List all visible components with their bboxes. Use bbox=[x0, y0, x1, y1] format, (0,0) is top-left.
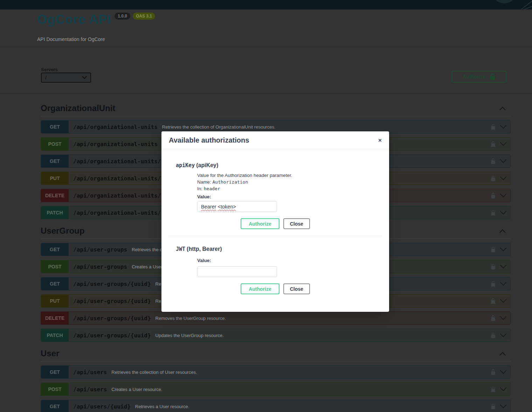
unlock-icon[interactable] bbox=[491, 315, 496, 321]
unlock-icon[interactable] bbox=[491, 210, 496, 216]
modal-header: Available authorizations × bbox=[161, 131, 389, 149]
unlock-icon[interactable] bbox=[491, 124, 496, 130]
method-badge: GET bbox=[41, 243, 69, 256]
endpoint-row[interactable]: PATCH /api/user-groups/{uuid} Updates th… bbox=[41, 329, 511, 342]
apikey-value-input[interactable]: Bearer <token> bbox=[197, 201, 277, 212]
apikey-in-row: In: header bbox=[197, 186, 375, 191]
apikey-name-value: Authorization bbox=[213, 179, 248, 185]
endpoint-path: /api/user-groups/{uuid} bbox=[73, 315, 151, 322]
unlock-icon[interactable] bbox=[491, 158, 496, 164]
unlock-icon[interactable] bbox=[491, 369, 496, 375]
endpoint-description: Creates a User resource. bbox=[111, 387, 491, 392]
unlock-icon[interactable] bbox=[491, 281, 496, 287]
auth-scheme-name: JWT bbox=[176, 246, 185, 252]
auth-scheme-jwt-heading: JWT(http, Bearer) bbox=[176, 246, 375, 252]
chevron-down-icon[interactable] bbox=[500, 247, 507, 252]
endpoint-row[interactable]: POST /api/users Creates a User resource. bbox=[41, 383, 511, 396]
authorize-button-label: Authorize bbox=[463, 74, 485, 80]
auth-scheme-type: (http, Bearer) bbox=[187, 246, 222, 252]
unlock-icon[interactable] bbox=[491, 298, 496, 304]
chevron-down-icon[interactable] bbox=[500, 404, 507, 408]
endpoint-path: /api/users bbox=[73, 386, 107, 393]
chevron-down-icon[interactable] bbox=[500, 142, 507, 146]
jwt-fields: Value: bbox=[197, 258, 375, 277]
jwt-buttons: Authorize Close bbox=[176, 283, 375, 294]
chevron-down-icon[interactable] bbox=[500, 265, 507, 269]
endpoint-description: Retrieves a User resource. bbox=[135, 404, 491, 409]
server-select-value: / bbox=[45, 75, 82, 81]
unlock-icon[interactable] bbox=[491, 141, 496, 147]
value-label: Value: bbox=[197, 258, 375, 263]
chevron-down-icon[interactable] bbox=[500, 316, 507, 320]
api-description: API Documentation for OgCore bbox=[37, 36, 155, 42]
tag-section-user[interactable]: User bbox=[41, 349, 511, 362]
endpoint-path: /api/organizational-units bbox=[73, 141, 158, 147]
close-button[interactable]: Close bbox=[283, 218, 310, 229]
close-button[interactable]: Close bbox=[283, 283, 310, 294]
close-icon[interactable]: × bbox=[378, 137, 382, 143]
unlock-icon[interactable] bbox=[491, 404, 496, 410]
chevron-up-icon[interactable] bbox=[499, 107, 506, 110]
unlock-icon[interactable] bbox=[491, 386, 496, 392]
chevron-down-icon bbox=[82, 76, 87, 79]
endpoint-path: /api/users bbox=[73, 369, 107, 376]
value-label: Value: bbox=[197, 194, 375, 199]
chevron-down-icon[interactable] bbox=[500, 159, 507, 163]
section-divider bbox=[169, 236, 382, 236]
apikey-name-row: Name: Authorization bbox=[197, 180, 375, 185]
tag-section-organizationalunit[interactable]: OrganizationalUnit bbox=[41, 103, 511, 116]
chevron-up-icon[interactable] bbox=[499, 352, 506, 356]
apikey-description: Value for the Authorization header param… bbox=[197, 173, 375, 178]
apikey-buttons: Authorize Close bbox=[176, 218, 375, 229]
chevron-up-icon[interactable] bbox=[499, 229, 506, 233]
authorize-button[interactable]: Authorize bbox=[241, 218, 279, 229]
server-select[interactable]: / bbox=[41, 73, 91, 83]
method-badge: PUT bbox=[41, 295, 69, 307]
endpoint-description: Updates the UserGroup resource. bbox=[156, 333, 491, 338]
unlock-icon[interactable] bbox=[491, 332, 496, 338]
endpoint-path: /api/user-groups/{uuid} bbox=[73, 281, 151, 287]
chevron-down-icon[interactable] bbox=[500, 333, 507, 337]
method-badge: POST bbox=[41, 383, 69, 396]
method-badge: GET bbox=[41, 277, 69, 290]
unlock-icon[interactable] bbox=[491, 193, 496, 199]
authorize-button[interactable]: Authorize bbox=[452, 71, 506, 83]
auth-scheme-name: apiKey bbox=[176, 162, 195, 169]
method-badge: POST bbox=[41, 260, 69, 273]
modal-body: apiKey(apiKey) Value for the Authorizati… bbox=[161, 162, 389, 294]
endpoint-row[interactable]: GET /api/users Retrieves the collection … bbox=[41, 365, 511, 379]
unlock-icon[interactable] bbox=[491, 264, 496, 270]
apikey-in-value: header bbox=[204, 186, 220, 191]
oas-badge: OAS 3.1 bbox=[133, 13, 155, 20]
chevron-down-icon[interactable] bbox=[500, 387, 507, 391]
chevron-down-icon[interactable] bbox=[500, 370, 507, 374]
endpoint-path: /api/user-groups/{uuid} bbox=[73, 298, 151, 304]
method-badge: POST bbox=[41, 138, 69, 150]
topbar bbox=[0, 0, 532, 9]
chevron-down-icon[interactable] bbox=[500, 193, 507, 198]
authorize-button[interactable]: Authorize bbox=[241, 283, 279, 294]
unlock-icon[interactable] bbox=[491, 247, 496, 253]
version-badge: 1.0.0 bbox=[115, 13, 130, 20]
unlock-icon[interactable] bbox=[491, 176, 496, 181]
method-badge: PATCH bbox=[41, 329, 69, 342]
endpoint-row[interactable]: DELETE /api/user-groups/{uuid} Removes t… bbox=[41, 311, 511, 325]
method-badge: PATCH bbox=[41, 206, 69, 219]
method-badge: GET bbox=[41, 121, 69, 133]
chevron-down-icon[interactable] bbox=[500, 211, 507, 215]
chevron-down-icon[interactable] bbox=[500, 282, 507, 286]
topbar-logo-circle bbox=[492, 0, 517, 4]
endpoint-description: Retrieves the collection of Organization… bbox=[162, 124, 491, 130]
chevron-down-icon[interactable] bbox=[500, 176, 507, 180]
available-authorizations-modal: Available authorizations × apiKey(apiKey… bbox=[161, 131, 389, 312]
page-title: OgCore API bbox=[37, 13, 111, 27]
endpoint-path: /api/users/{uuid} bbox=[73, 403, 131, 410]
api-info-header: OgCore API 1.0.0 OAS 3.1 API Documentati… bbox=[37, 13, 155, 42]
tag-title: OrganizationalUnit bbox=[41, 103, 115, 113]
method-badge: GET bbox=[41, 366, 69, 378]
endpoint-row[interactable]: GET /api/users/{uuid} Retrieves a User r… bbox=[41, 400, 511, 412]
chevron-down-icon[interactable] bbox=[500, 299, 507, 303]
chevron-down-icon[interactable] bbox=[500, 125, 507, 129]
jwt-value-input[interactable] bbox=[197, 266, 277, 277]
endpoint-description: Retrieves the collection of User resourc… bbox=[111, 370, 491, 375]
